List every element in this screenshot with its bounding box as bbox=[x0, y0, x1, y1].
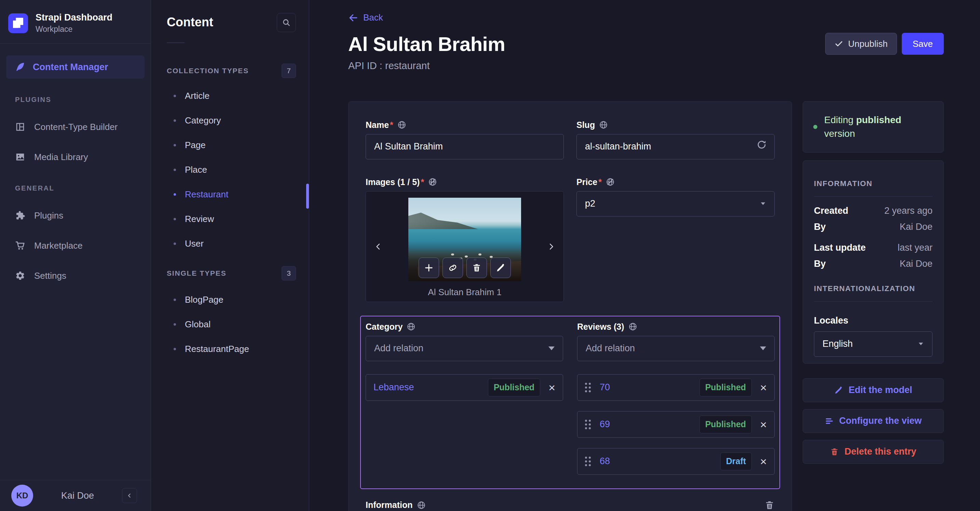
image-caption: Al Sultan Brahim 1 bbox=[366, 287, 563, 297]
globe-icon bbox=[599, 120, 608, 129]
name-input[interactable] bbox=[366, 134, 564, 160]
drag-handle-icon[interactable] bbox=[585, 383, 591, 392]
price-select[interactable]: p2 bbox=[576, 191, 775, 217]
carousel-prev-button[interactable] bbox=[374, 243, 382, 251]
chevron-left-icon bbox=[374, 243, 382, 251]
updated-by-row: ByKai Doe bbox=[814, 259, 932, 269]
status-badge: Published bbox=[700, 378, 752, 396]
avatar[interactable]: KD bbox=[11, 485, 33, 506]
subnav-item-global[interactable]: Global bbox=[167, 312, 296, 337]
subnav-item-restaurantpage[interactable]: RestaurantPage bbox=[167, 337, 296, 361]
collection-types-label: COLLECTION TYPES bbox=[167, 67, 249, 75]
bullet bbox=[173, 119, 176, 122]
drag-handle-icon[interactable] bbox=[585, 457, 591, 466]
user-name: Kai Doe bbox=[33, 490, 122, 501]
chevron-down-icon bbox=[919, 343, 923, 345]
globe-icon bbox=[407, 322, 415, 331]
chevron-down-icon bbox=[549, 347, 555, 350]
plus-icon bbox=[424, 263, 434, 273]
remove-relation-button[interactable]: × bbox=[760, 382, 767, 393]
carousel-next-button[interactable] bbox=[547, 243, 555, 251]
slug-input[interactable] bbox=[576, 134, 775, 160]
images-label: Images (1 / 5)* bbox=[366, 177, 564, 187]
delete-entry-button[interactable]: Delete this entry bbox=[803, 440, 944, 464]
sidebar-item-settings[interactable]: Settings bbox=[0, 260, 151, 291]
remove-relation-button[interactable]: × bbox=[760, 418, 767, 430]
relation-item[interactable]: 70 Published × bbox=[577, 374, 775, 401]
single-types-label: SINGLE TYPES bbox=[167, 269, 226, 277]
relations-group: Category Add relation Lebanese Published bbox=[360, 316, 780, 489]
trash-icon bbox=[830, 447, 839, 456]
configure-view-button[interactable]: Configure the view bbox=[803, 409, 944, 433]
drag-handle-icon[interactable] bbox=[585, 420, 591, 429]
copy-link-button[interactable] bbox=[442, 257, 463, 278]
sidebar-item-label: Media Library bbox=[34, 152, 88, 163]
entry-form-card: Name* Slug bbox=[348, 101, 792, 511]
remove-relation-button[interactable]: × bbox=[760, 455, 767, 467]
relation-item[interactable]: 69 Published × bbox=[577, 411, 775, 438]
delete-image-button[interactable] bbox=[466, 257, 487, 278]
regenerate-icon[interactable] bbox=[756, 139, 767, 150]
workspace-brand[interactable]: Strapi Dashboard Workplace bbox=[0, 0, 151, 43]
sidebar-item-media-library[interactable]: Media Library bbox=[0, 142, 151, 172]
slug-field: Slug bbox=[576, 120, 775, 160]
relation-link[interactable]: 70 bbox=[600, 382, 610, 393]
chevron-down-icon bbox=[761, 203, 765, 205]
single-types-count: 3 bbox=[282, 266, 296, 281]
collapse-sidebar-button[interactable] bbox=[122, 488, 137, 503]
main-navigation: Strapi Dashboard Workplace Content Manag… bbox=[0, 0, 151, 511]
chevron-left-icon bbox=[126, 492, 132, 499]
subnav-item-review[interactable]: Review bbox=[167, 207, 296, 231]
sidebar-item-plugins[interactable]: Plugins bbox=[0, 200, 151, 230]
reviews-add-relation[interactable]: Add relation bbox=[577, 336, 775, 361]
information-panel: INFORMATION Created2 years ago ByKai Doe… bbox=[803, 160, 944, 364]
scrollbar-indicator[interactable] bbox=[306, 184, 309, 209]
created-by-row: ByKai Doe bbox=[814, 222, 932, 232]
subnav-item-category[interactable]: Category bbox=[167, 108, 296, 133]
subnav-item-page[interactable]: Page bbox=[167, 133, 296, 157]
relation-item[interactable]: Lebanese Published × bbox=[366, 374, 563, 401]
search-icon bbox=[282, 18, 291, 27]
entry-side-panel: Editing published version INFORMATION Cr… bbox=[803, 101, 944, 464]
edit-image-button[interactable] bbox=[490, 257, 511, 278]
edit-model-button[interactable]: Edit the model bbox=[803, 378, 944, 402]
sidebar-item-content-manager[interactable]: Content Manager bbox=[6, 56, 145, 79]
relation-link[interactable]: 69 bbox=[600, 419, 610, 430]
bullet bbox=[173, 95, 176, 97]
subnav-item-label: Page bbox=[185, 140, 206, 150]
relation-item[interactable]: 68 Draft × bbox=[577, 448, 775, 475]
subnav-item-article[interactable]: Article bbox=[167, 83, 296, 108]
last-update-row: Last updatelast year bbox=[814, 243, 932, 253]
subnav-item-user[interactable]: User bbox=[167, 231, 296, 256]
link-icon bbox=[448, 263, 458, 273]
subnav-item-blogpage[interactable]: BlogPage bbox=[167, 287, 296, 312]
user-footer: KD Kai Doe bbox=[0, 480, 151, 511]
page-title: Al Sultan Brahim bbox=[348, 32, 505, 56]
relation-link[interactable]: 68 bbox=[600, 456, 610, 466]
sidebar-item-content-type-builder[interactable]: Content-Type Builder bbox=[0, 112, 151, 142]
remove-relation-button[interactable]: × bbox=[549, 382, 555, 393]
subnav-item-label: User bbox=[185, 238, 204, 249]
check-icon bbox=[834, 39, 843, 48]
category-label: Category bbox=[366, 322, 563, 332]
delete-component-icon[interactable] bbox=[764, 500, 775, 510]
published-dot-icon bbox=[813, 125, 817, 129]
unpublish-button[interactable]: Unpublish bbox=[825, 33, 897, 55]
locale-select[interactable]: English bbox=[814, 331, 932, 357]
subnav-item-place[interactable]: Place bbox=[167, 157, 296, 182]
back-label: Back bbox=[363, 12, 383, 23]
category-add-relation[interactable]: Add relation bbox=[366, 336, 563, 361]
edit-view: Back Al Sultan Brahim Unpublish Save API… bbox=[309, 0, 980, 511]
add-image-button[interactable] bbox=[418, 257, 439, 278]
status-badge: Published bbox=[488, 378, 540, 396]
back-link[interactable]: Back bbox=[348, 12, 383, 23]
relation-link[interactable]: Lebanese bbox=[374, 382, 414, 393]
collection-types-count: 7 bbox=[282, 64, 296, 78]
sidebar-item-marketplace[interactable]: Marketplace bbox=[0, 230, 151, 260]
save-button[interactable]: Save bbox=[902, 33, 944, 55]
search-button[interactable] bbox=[277, 13, 296, 32]
bullet bbox=[173, 193, 176, 196]
version-status-card: Editing published version bbox=[803, 101, 944, 153]
subnav-item-restaurant[interactable]: Restaurant bbox=[167, 182, 296, 207]
name-field: Name* bbox=[366, 120, 564, 160]
